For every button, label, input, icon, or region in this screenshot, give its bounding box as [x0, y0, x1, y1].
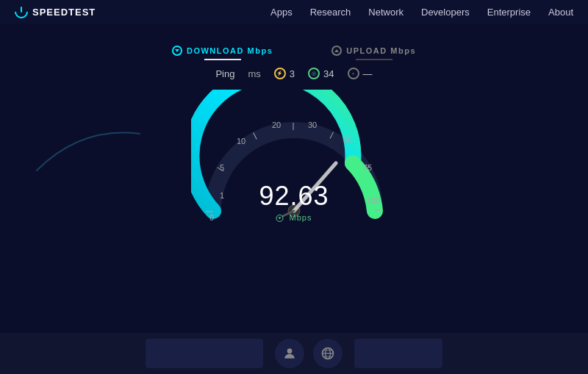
- ping-val2-group: ◎ 34: [308, 68, 334, 79]
- speedometer: 0 1 5 10 20 30 50 75 100: [191, 90, 397, 237]
- ping-icon1: ⚡: [274, 68, 286, 79]
- user-icon-button[interactable]: [275, 339, 304, 368]
- svg-text:10: 10: [237, 137, 245, 145]
- nav-about[interactable]: About: [548, 7, 573, 18]
- nav-apps[interactable]: Apps: [270, 7, 293, 18]
- svg-text:50: 50: [343, 135, 352, 144]
- speed-unit-icon: [276, 215, 284, 222]
- svg-text:100: 100: [367, 196, 380, 205]
- download-icon: [172, 46, 182, 56]
- download-block: DOWNLOAD Mbps: [172, 46, 273, 60]
- main-nav: Apps Research Network Developers Enterpr…: [270, 7, 573, 18]
- nav-network[interactable]: Network: [368, 7, 404, 18]
- ping-val2: 34: [323, 68, 334, 79]
- svg-text:75: 75: [363, 163, 372, 172]
- ping-icon3: +: [348, 68, 359, 79]
- bottom-bar: [0, 333, 588, 374]
- speed-display: 92.63 Mbps: [259, 181, 329, 222]
- svg-text:20: 20: [272, 121, 281, 129]
- speed-unit: Mbps: [259, 213, 329, 222]
- logo[interactable]: SPEEDTEST: [15, 5, 96, 18]
- globe-icon-button[interactable]: [313, 339, 343, 368]
- svg-text:30: 30: [308, 121, 317, 129]
- bottom-right-placeholder: [354, 339, 442, 368]
- ping-val3-group: + —: [348, 68, 373, 79]
- ping-ms: ms: [248, 68, 260, 79]
- download-line: [204, 59, 241, 60]
- ping-icon2: ◎: [308, 68, 320, 79]
- left-curve-decoration: [22, 119, 147, 178]
- ping-val3: —: [363, 68, 373, 79]
- svg-point-22: [287, 348, 293, 353]
- svg-text:5: 5: [220, 163, 224, 172]
- ping-label: Ping: [215, 68, 234, 79]
- bottom-left-placeholder: [146, 339, 263, 368]
- logo-text: SPEEDTEST: [32, 7, 96, 18]
- user-icon: [282, 346, 297, 361]
- upload-line: [356, 59, 392, 60]
- speedtest-logo-icon: [15, 5, 28, 18]
- upload-label: UPLOAD Mbps: [331, 46, 416, 56]
- ping-row: Ping ms ⚡ 3 ◎ 34 + —: [215, 68, 372, 79]
- ping-val1: 3: [290, 68, 295, 79]
- ping-val1-group: ⚡ 3: [274, 68, 295, 79]
- svg-text:1: 1: [220, 191, 224, 200]
- download-text: DOWNLOAD Mbps: [187, 46, 273, 55]
- dl-ul-labels: DOWNLOAD Mbps UPLOAD Mbps: [172, 46, 416, 60]
- upload-icon: [331, 46, 342, 56]
- upload-block: UPLOAD Mbps: [331, 46, 416, 60]
- globe-icon: [320, 346, 335, 361]
- upload-text: UPLOAD Mbps: [346, 46, 416, 55]
- svg-text:0: 0: [209, 213, 214, 222]
- speed-number: 92.63: [259, 181, 329, 212]
- nav-enterprise[interactable]: Enterprise: [487, 7, 531, 18]
- nav-research[interactable]: Research: [310, 7, 351, 18]
- download-label: DOWNLOAD Mbps: [172, 46, 273, 56]
- nav-developers[interactable]: Developers: [421, 7, 470, 18]
